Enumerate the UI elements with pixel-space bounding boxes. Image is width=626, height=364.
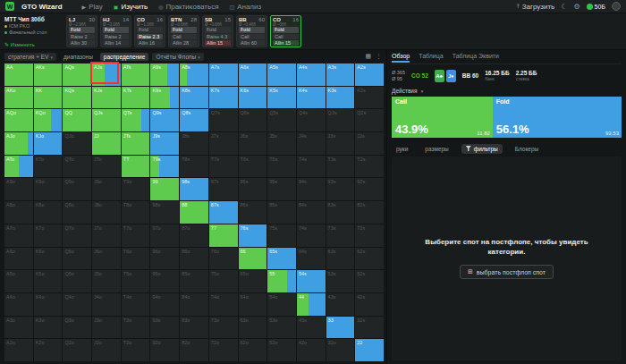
hand-cell-QTs[interactable]: QTs: [122, 109, 150, 131]
hand-cell-AKs[interactable]: AKs: [34, 63, 63, 86]
position-panel-lj[interactable]: LJ30Ø ~2.9ббFoldRaise 2Allin 30: [66, 15, 97, 47]
hand-cell-J6s[interactable]: J6s: [239, 132, 267, 155]
hand-cell-86s[interactable]: 86s: [239, 201, 267, 224]
hand-cell-82s[interactable]: 82s: [355, 201, 384, 224]
hand-cell-J7o[interactable]: J7o: [92, 224, 121, 247]
hand-cell-T8s[interactable]: T8s: [180, 156, 208, 178]
hand-cell-Q3s[interactable]: Q3s: [326, 109, 355, 131]
hand-cell-Q7o[interactable]: Q7o: [63, 224, 91, 247]
hand-cell-QTo[interactable]: QTo: [63, 156, 91, 178]
hand-cell-22[interactable]: 22: [355, 339, 384, 361]
action-fold[interactable]: Fold: [69, 27, 95, 32]
hand-cell-42o[interactable]: 42o: [297, 339, 326, 361]
tab-Таблица-Эквити[interactable]: Таблица Эквити: [453, 51, 499, 63]
subtab-руки[interactable]: руки: [392, 144, 412, 154]
action-allin[interactable]: Allin 16: [137, 40, 163, 46]
hand-cell-62s[interactable]: 62s: [355, 248, 384, 270]
hand-cell-T3s[interactable]: T3s: [326, 156, 355, 178]
hand-cell-54o[interactable]: 54o: [267, 293, 296, 316]
hand-cell-JTs[interactable]: JTs: [122, 132, 150, 155]
hand-cell-A8s[interactable]: A8s: [180, 63, 208, 86]
hand-cell-T2o[interactable]: T2o: [122, 339, 150, 361]
action-allin[interactable]: Allin 60: [239, 40, 265, 46]
action-allin[interactable]: Allin 15: [205, 40, 231, 46]
more-options-icon[interactable]: ⋮: [376, 53, 382, 60]
hand-cell-42s[interactable]: 42s: [355, 293, 384, 316]
action-fold[interactable]: Fold: [171, 27, 197, 32]
edit-spot-button[interactable]: ✎ Изменить: [4, 41, 63, 47]
hand-cell-A3o[interactable]: A3o: [4, 317, 33, 339]
position-panel-btn[interactable]: BTN28Ø ~0.6ббFoldCallAllin 28: [168, 15, 199, 47]
action-raise[interactable]: Raise 2.3: [137, 34, 163, 39]
hand-cell-J7s[interactable]: J7s: [209, 132, 238, 155]
hand-cell-32s[interactable]: 32s: [355, 317, 384, 339]
hand-cell-75o[interactable]: 75o: [209, 270, 238, 292]
hand-cell-K9o[interactable]: K9o: [34, 178, 63, 200]
hand-cell-72o[interactable]: 72o: [209, 339, 238, 361]
hand-cell-94s[interactable]: 94s: [297, 178, 326, 200]
hand-cell-T6s[interactable]: T6s: [239, 156, 267, 178]
hand-cell-Q7s[interactable]: Q7s: [209, 109, 238, 131]
hand-cell-63s[interactable]: 63s: [326, 248, 355, 270]
hand-cell-98s[interactable]: 98s: [180, 178, 208, 200]
nav-item-play[interactable]: ▶Play: [82, 3, 103, 11]
tab-Таблица[interactable]: Таблица: [419, 51, 443, 63]
hand-cell-96s[interactable]: 96s: [239, 178, 267, 200]
theme-icon[interactable]: ☾: [561, 3, 567, 11]
action-raise[interactable]: Raise 4.3: [205, 34, 231, 39]
hand-cell-88[interactable]: 88: [180, 201, 208, 224]
strategy-bar-fold[interactable]: Fold56.1%93.53: [493, 97, 622, 138]
hand-cell-74s[interactable]: 74s: [297, 224, 326, 247]
position-panel-co[interactable]: CO16Ø ~1.0ббFoldRaise 2.3Allin 16: [134, 15, 165, 47]
hand-cell-97o[interactable]: 97o: [150, 224, 179, 247]
hand-cell-64s[interactable]: 64s: [297, 248, 326, 270]
hand-cell-Q8s[interactable]: Q8s: [180, 109, 208, 131]
hand-cell-AQo[interactable]: AQo: [4, 109, 33, 131]
hand-cell-J9s[interactable]: J9s: [150, 132, 179, 155]
hand-cell-A5s[interactable]: A5s: [267, 63, 296, 86]
action-raise[interactable]: Raise 2: [69, 34, 95, 39]
grid-view-icon[interactable]: ▦: [365, 53, 371, 60]
hand-cell-J2o[interactable]: J2o: [92, 339, 121, 361]
hand-cell-J6o[interactable]: J6o: [92, 248, 121, 270]
hand-cell-J5o[interactable]: J5o: [92, 270, 121, 292]
hand-cell-J8s[interactable]: J8s: [180, 132, 208, 155]
hand-cell-74o[interactable]: 74o: [209, 293, 238, 316]
hand-cell-98o[interactable]: 98o: [150, 201, 179, 224]
hand-cell-94o[interactable]: 94o: [150, 293, 179, 316]
action-allin[interactable]: Allin 14: [103, 40, 129, 46]
hand-cell-73o[interactable]: 73o: [209, 317, 238, 339]
hand-cell-A2o[interactable]: A2o: [4, 339, 33, 361]
hand-cell-33[interactable]: 33: [326, 317, 355, 339]
hand-cell-K9s[interactable]: K9s: [150, 87, 179, 109]
nav-item-practice[interactable]: ◎Практиковаться: [158, 3, 218, 11]
hand-cell-T5s[interactable]: T5s: [267, 156, 296, 178]
hand-cell-97s[interactable]: 97s: [209, 178, 238, 200]
hand-cell-AKo[interactable]: AKo: [4, 87, 33, 109]
hand-cell-A7o[interactable]: A7o: [4, 224, 33, 247]
action-fold[interactable]: Fold: [103, 27, 129, 32]
hand-cell-A6o[interactable]: A6o: [4, 248, 33, 270]
hand-cell-K3o[interactable]: K3o: [34, 317, 63, 339]
hand-cell-AQs[interactable]: AQs: [63, 63, 91, 86]
hand-cell-43s[interactable]: 43s: [326, 293, 355, 316]
nav-item-study[interactable]: ▣Изучить: [114, 3, 148, 11]
hand-cell-T5o[interactable]: T5o: [122, 270, 150, 292]
position-panel-bb[interactable]: BB60Ø ~0.4ббFoldCallAllin 60: [236, 15, 267, 47]
hand-cell-QQ[interactable]: QQ: [63, 109, 91, 131]
avatar[interactable]: [612, 2, 621, 11]
hand-cell-T3o[interactable]: T3o: [122, 317, 150, 339]
hand-cell-95s[interactable]: 95s: [267, 178, 296, 200]
hand-cell-T2s[interactable]: T2s: [355, 156, 384, 178]
hand-cell-65s[interactable]: 65s: [267, 248, 296, 270]
hand-cell-44[interactable]: 44: [297, 293, 326, 316]
hand-cell-A7s[interactable]: A7s: [209, 63, 238, 86]
action-raise[interactable]: Raise 2: [103, 34, 129, 39]
hand-cell-T9s[interactable]: T9s: [150, 156, 179, 178]
hand-cell-QJo[interactable]: QJo: [63, 132, 91, 155]
hand-cell-J2s[interactable]: J2s: [355, 132, 384, 155]
hand-cell-76o[interactable]: 76o: [209, 248, 238, 270]
hand-cell-KTo[interactable]: KTo: [34, 156, 63, 178]
hand-cell-K5s[interactable]: K5s: [267, 87, 296, 109]
hand-cell-KQo[interactable]: KQo: [34, 109, 63, 131]
